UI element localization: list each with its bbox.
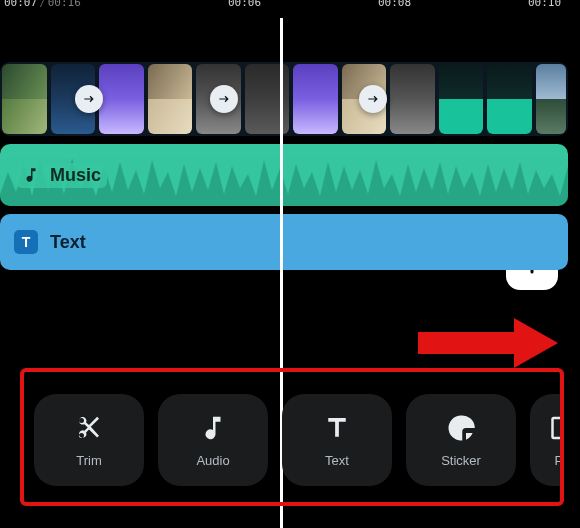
pip-button[interactable]: PIP bbox=[530, 394, 564, 486]
video-clip[interactable] bbox=[390, 64, 435, 134]
scissors-icon bbox=[74, 413, 104, 443]
tool-label: PIP bbox=[555, 453, 564, 468]
playhead-time: 00:07/00:16 bbox=[4, 0, 81, 9]
time-tick: 00:06 bbox=[228, 0, 261, 9]
picture-in-picture-icon bbox=[550, 413, 564, 443]
video-clip[interactable] bbox=[99, 64, 144, 134]
tool-label: Text bbox=[325, 453, 349, 468]
video-clip[interactable] bbox=[439, 64, 484, 134]
video-clip[interactable] bbox=[487, 64, 532, 134]
transition-button[interactable] bbox=[75, 85, 103, 113]
current-time: 00:07 bbox=[4, 0, 37, 9]
tool-label: Audio bbox=[196, 453, 229, 468]
video-clip[interactable] bbox=[2, 64, 47, 134]
video-clip[interactable] bbox=[148, 64, 193, 134]
transition-button[interactable] bbox=[210, 85, 238, 113]
text-button[interactable]: Text bbox=[282, 394, 392, 486]
annotation-arrow-icon bbox=[418, 318, 558, 368]
music-note-icon bbox=[22, 166, 40, 184]
text-track[interactable]: T Text bbox=[0, 214, 568, 270]
text-icon bbox=[322, 413, 352, 443]
timeline-ruler[interactable]: 00:07/00:16 00:06 00:08 00:10 bbox=[0, 0, 580, 14]
trim-button[interactable]: Trim bbox=[34, 394, 144, 486]
music-note-icon bbox=[198, 413, 228, 443]
sticker-button[interactable]: Sticker bbox=[406, 394, 516, 486]
tool-label: Trim bbox=[76, 453, 102, 468]
svg-marker-1 bbox=[514, 318, 558, 368]
transition-button[interactable] bbox=[359, 85, 387, 113]
tool-label: Sticker bbox=[441, 453, 481, 468]
text-badge-icon: T bbox=[14, 230, 38, 254]
video-clip[interactable] bbox=[536, 64, 566, 134]
time-tick: 00:10 bbox=[528, 0, 561, 9]
editor-toolbar: Trim Audio Text Sticker PIP bbox=[20, 368, 564, 506]
sticker-icon bbox=[446, 413, 476, 443]
time-tick: 00:08 bbox=[378, 0, 411, 9]
music-track[interactable]: Music bbox=[0, 144, 568, 206]
svg-rect-0 bbox=[418, 332, 514, 354]
video-editor-screen: 00:07/00:16 00:06 00:08 00:10 Music bbox=[0, 0, 580, 528]
text-track-label: Text bbox=[50, 232, 86, 253]
music-track-label: Music bbox=[50, 165, 101, 186]
audio-button[interactable]: Audio bbox=[158, 394, 268, 486]
video-clip[interactable] bbox=[293, 64, 338, 134]
total-duration: 00:16 bbox=[48, 0, 81, 9]
